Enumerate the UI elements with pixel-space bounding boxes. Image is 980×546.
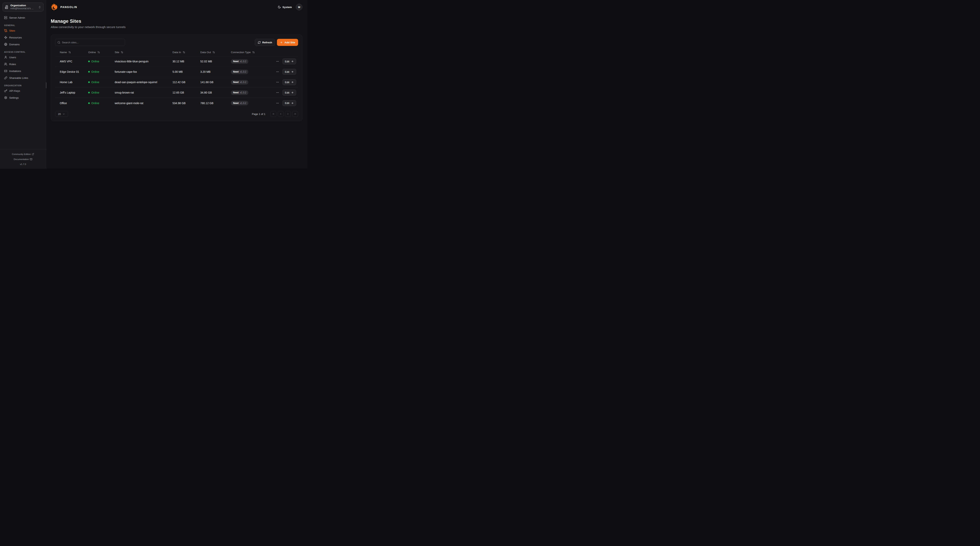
card-footer: 20 Page 1 of 1	[55, 111, 298, 117]
status-label: Online	[91, 81, 99, 84]
app-window: Organization milo@fossorial.io's ... Ser…	[0, 0, 307, 169]
next-page-button[interactable]	[285, 111, 291, 117]
cell-data-out: 141.68 GB	[196, 81, 226, 84]
edit-button[interactable]: Edit	[282, 69, 296, 75]
avatar[interactable]: M	[296, 4, 302, 10]
chevrons-right-icon	[294, 113, 296, 115]
table-row: AWS VPC Online vivacious-little-blue-pen…	[55, 56, 298, 67]
cell-connection-type: Newtv1.3.2	[226, 70, 271, 74]
link-icon	[4, 76, 7, 80]
edit-button[interactable]: Edit	[282, 100, 296, 106]
sites-table: Name Online Site Data In Data Out Connec…	[55, 48, 298, 108]
waypoints-icon	[4, 36, 7, 39]
ellipsis-icon	[276, 70, 279, 73]
sidebar-item-label: Invitations	[9, 70, 21, 73]
badge-version: v1.3.2	[240, 70, 247, 73]
chevron-left-icon	[279, 113, 282, 115]
org-picker[interactable]: Organization milo@fossorial.io's ...	[3, 3, 43, 11]
edit-button[interactable]: Edit	[282, 79, 296, 85]
theme-label: System	[282, 6, 292, 9]
online-dot-icon	[88, 92, 90, 93]
pager-buttons	[270, 111, 298, 117]
org-picker-value: milo@fossorial.io's ...	[10, 7, 33, 10]
sidebar-item-shareable-links[interactable]: Shareable Links	[3, 75, 43, 81]
arrow-right-icon	[291, 102, 294, 105]
cell-data-in: 12.65 GB	[168, 91, 196, 94]
sidebar-item-sites[interactable]: Sites	[3, 28, 43, 34]
refresh-button[interactable]: Refresh	[255, 39, 275, 46]
edit-label: Edit	[285, 81, 289, 84]
column-header-data-in[interactable]: Data In	[168, 51, 196, 54]
search-input[interactable]	[62, 41, 123, 44]
last-page-button[interactable]	[292, 111, 298, 117]
edit-button[interactable]: Edit	[282, 58, 296, 64]
sort-icon	[212, 51, 215, 54]
row-menu-button[interactable]	[275, 101, 280, 105]
sites-card: Refresh Add Site Name Online Site Data I…	[51, 35, 302, 121]
sidebar-item-settings[interactable]: Settings	[3, 95, 43, 101]
connection-type-badge: Newtv1.3.2	[231, 80, 248, 85]
user-icon	[4, 56, 7, 59]
page-title: Manage Sites	[51, 18, 302, 24]
sidebar-item-label: Domains	[9, 43, 20, 46]
page-head: Manage Sites Allow connectivity to your …	[51, 18, 302, 29]
column-header-connection-type[interactable]: Connection Type	[226, 51, 271, 54]
cell-site: welcome-giant-mole-rat	[110, 102, 168, 105]
page-info: Page 1 of 1	[252, 113, 266, 115]
sort-icon	[97, 51, 100, 54]
gear-icon	[4, 96, 7, 99]
first-page-button[interactable]	[270, 111, 276, 117]
org-text: Organization milo@fossorial.io's ...	[10, 4, 33, 10]
cell-data-in: 5.00 MB	[168, 70, 196, 73]
ellipsis-icon	[276, 91, 279, 94]
edit-button[interactable]: Edit	[282, 89, 296, 96]
version-label: v1.7.0	[2, 162, 44, 166]
community-edition-link[interactable]: Community Edition	[12, 152, 34, 156]
row-menu-button[interactable]	[275, 59, 280, 63]
sidebar-item-domains[interactable]: Domains	[3, 42, 43, 47]
sidebar-item-roles[interactable]: Roles	[3, 61, 43, 67]
column-header-online[interactable]: Online	[83, 51, 110, 54]
connection-type-badge: Newtv1.3.2	[231, 101, 248, 105]
section-label-organization: ORGANIZATION	[4, 84, 42, 87]
search-box	[55, 39, 125, 46]
sidebar-resize-handle[interactable]	[46, 82, 46, 88]
table-row: Jeff's Laptop Online smug-brown-rat 12.6…	[55, 88, 298, 98]
cell-actions: Edit	[271, 100, 298, 106]
cell-actions: Edit	[271, 89, 298, 96]
row-menu-button[interactable]	[275, 70, 280, 74]
sidebar-item-resources[interactable]: Resources	[3, 35, 43, 40]
column-label: Connection Type	[231, 51, 251, 54]
add-site-button[interactable]: Add Site	[277, 39, 298, 46]
building-icon	[5, 5, 9, 9]
topbar: PANGOLIN System M	[51, 0, 302, 14]
cell-data-out: 34.80 GB	[196, 91, 226, 94]
cell-name: Jeff's Laptop	[55, 91, 83, 94]
page-size-select[interactable]: 20	[55, 111, 68, 117]
community-edition-label: Community Edition	[12, 152, 31, 156]
cell-data-out: 52.02 MB	[196, 60, 226, 63]
theme-toggle[interactable]: System	[278, 5, 292, 9]
sidebar-item-invitations[interactable]: Invitations	[3, 68, 43, 74]
row-menu-button[interactable]	[275, 80, 280, 84]
cell-data-in: 534.98 GB	[168, 102, 196, 105]
column-header-data-out[interactable]: Data Out	[196, 51, 226, 54]
column-header-site[interactable]: Site	[110, 51, 168, 54]
cell-name: Office	[55, 102, 83, 105]
cell-status: Online	[83, 91, 110, 94]
brand-logo[interactable]: PANGOLIN	[51, 3, 77, 11]
documentation-link[interactable]: Documentation	[14, 157, 32, 161]
prev-page-button[interactable]	[278, 111, 283, 117]
row-menu-button[interactable]	[275, 91, 280, 94]
refresh-icon	[258, 41, 261, 44]
cell-actions: Edit	[271, 69, 298, 75]
topbar-right: System M	[278, 4, 302, 10]
sidebar-item-server-admin[interactable]: Server Admin	[3, 15, 43, 21]
sidebar-item-api-keys[interactable]: API Keys	[3, 88, 43, 94]
column-header-name[interactable]: Name	[55, 51, 83, 54]
main-area: PANGOLIN System M Manage Sites Allow con…	[46, 0, 307, 169]
table-row: Home Lab Online dead-san-joaquin-antelop…	[55, 77, 298, 88]
badge-type: Newt	[233, 91, 239, 94]
status-label: Online	[91, 102, 99, 105]
sidebar-item-users[interactable]: Users	[3, 54, 43, 60]
